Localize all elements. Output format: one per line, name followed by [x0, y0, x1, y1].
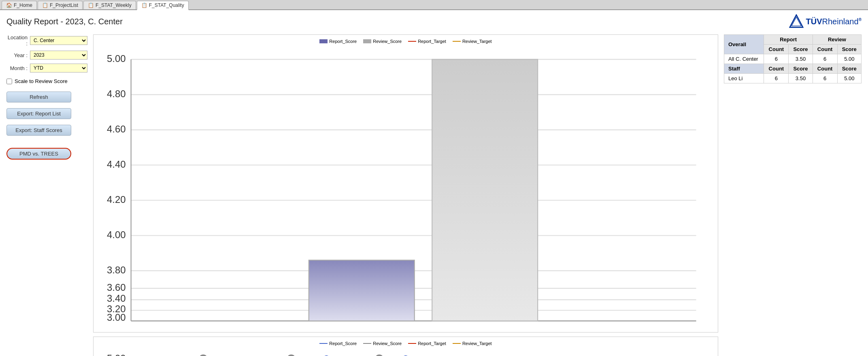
body-layout: Location : C. Center Year : 2023 Month :…	[6, 34, 862, 356]
all-center-review-score: 5.00	[837, 54, 861, 64]
report-header: Report	[764, 35, 813, 45]
svg-point-51	[375, 354, 384, 356]
year-filter-row: Year : 2023	[6, 51, 87, 60]
legend-review-score-label: Review_Score	[373, 39, 402, 44]
scale-checkbox-row: Scale to Review Score	[6, 78, 87, 84]
header: Quality Report - 2023, C. Center TÜVRhei…	[6, 14, 862, 29]
staff-header-row: Staff Count Score Count Score	[724, 64, 862, 74]
statweekly-tab-icon: 📋	[88, 2, 94, 8]
tab-f-projectlist[interactable]: 📋 F_ProjectList	[38, 1, 83, 9]
legend-report-target-label: Report_Target	[418, 39, 446, 44]
legend-review-target-label: Review_Target	[462, 39, 492, 44]
svg-text:5.00: 5.00	[107, 53, 126, 64]
svg-text:4.40: 4.40	[107, 159, 126, 170]
report-count-header: Count	[764, 45, 789, 54]
tab-f-home[interactable]: 🏠 F_Home	[2, 1, 37, 9]
legend-report-target-line	[408, 41, 416, 42]
projectlist-tab-icon: 📋	[42, 2, 48, 8]
legend2-report-target: Report_Target	[408, 341, 446, 346]
svg-rect-26	[432, 60, 538, 321]
legend-review-target: Review_Target	[453, 39, 492, 44]
chart2-legend: Report_Score Review_Score Report_Target …	[98, 341, 714, 346]
legend-report-score-swatch	[319, 39, 328, 43]
legend2-report-score-label: Report_Score	[329, 341, 357, 346]
legend2-report-target-label: Report_Target	[418, 341, 446, 346]
scale-checkbox[interactable]	[6, 79, 12, 84]
scale-label: Scale to Review Score	[15, 78, 68, 84]
svg-text:4.80: 4.80	[107, 88, 126, 99]
leo-li-report-score: 3.50	[789, 74, 813, 83]
all-center-review-count: 6	[813, 54, 837, 64]
svg-text:4.60: 4.60	[107, 124, 126, 134]
review-count-header: Count	[813, 45, 837, 54]
legend-review-target-line	[453, 41, 461, 42]
page-title: Quality Report - 2023, C. Center	[6, 17, 123, 26]
staff-review-count-header: Count	[813, 64, 837, 74]
left-panel: Location : C. Center Year : 2023 Month :…	[6, 34, 87, 160]
tab-f-stat-quality-label: F_STAT_Quality	[149, 2, 184, 8]
line-chart-container: Report_Score Review_Score Report_Target …	[93, 337, 718, 356]
month-filter-row: Month : YTD	[6, 64, 87, 72]
leo-li-label: Leo Li	[724, 74, 764, 83]
staff-review-score-header: Score	[837, 64, 861, 74]
legend2-review-target-label: Review_Target	[462, 341, 492, 346]
line-chart-svg: 5.00 4.90 4.80 4.70 4.60 4.50 4.40 4.30	[98, 348, 714, 356]
review-score-header: Score	[837, 45, 861, 54]
svg-text:3.00: 3.00	[107, 312, 126, 323]
stats-table: Overall Report Review Count Score Count …	[724, 34, 862, 83]
location-label: Location :	[6, 34, 28, 47]
legend2-review-score: Review_Score	[363, 341, 402, 346]
legend2-review-target: Review_Target	[453, 341, 492, 346]
svg-text:3.60: 3.60	[107, 282, 126, 293]
tab-f-stat-quality[interactable]: 📋 F_STAT_Quality	[137, 1, 189, 10]
leo-li-review-score: 5.00	[837, 74, 861, 83]
chart1-legend: Report_Score Review_Score Report_Target …	[98, 39, 714, 44]
year-label: Year :	[6, 52, 28, 58]
report-score-header: Score	[789, 45, 813, 54]
tab-f-stat-weekly-label: F_STAT_Weekly	[96, 2, 132, 8]
right-panel: Overall Report Review Count Score Count …	[724, 34, 862, 83]
tab-f-stat-weekly[interactable]: 📋 F_STAT_Weekly	[83, 1, 136, 9]
tab-bar: 🏠 F_Home 📋 F_ProjectList 📋 F_STAT_Weekly…	[0, 0, 868, 10]
location-filter-row: Location : C. Center	[6, 34, 87, 47]
tuv-logo-text: TÜVRheinland®	[806, 17, 862, 26]
home-tab-icon: 🏠	[6, 2, 12, 8]
statquality-tab-icon: 📋	[141, 2, 147, 8]
staff-section-header: Staff	[724, 64, 764, 74]
refresh-button[interactable]: Refresh	[6, 92, 71, 102]
all-center-label: All C. Center	[724, 54, 764, 64]
export-staff-button[interactable]: Export: Staff Scores	[6, 125, 71, 136]
leo-li-row: Leo Li 6 3.50 6 5.00	[724, 74, 862, 83]
overall-header: Overall	[724, 35, 764, 54]
legend2-review-score-line	[363, 343, 371, 344]
svg-text:4.20: 4.20	[107, 194, 126, 205]
review-header: Review	[813, 35, 861, 45]
bar-chart-svg: 5.00 4.80 4.60 4.40 4.20 4.00 3.80 3.60 …	[98, 46, 714, 328]
svg-text:3.80: 3.80	[107, 264, 126, 275]
legend-report-score: Report_Score	[319, 39, 357, 44]
charts-area: Report_Score Review_Score Report_Target …	[93, 34, 718, 356]
overall-all-center-row: All C. Center 6 3.50 6 5.00	[724, 54, 862, 64]
all-center-report-score: 3.50	[789, 54, 813, 64]
location-select[interactable]: C. Center	[30, 36, 87, 45]
staff-report-count-header: Count	[764, 64, 789, 74]
tab-f-home-label: F_Home	[14, 2, 32, 8]
svg-text:5.00: 5.00	[107, 352, 126, 356]
svg-rect-27	[309, 260, 415, 321]
svg-text:3.40: 3.40	[107, 293, 126, 304]
leo-li-review-count: 6	[813, 74, 837, 83]
legend-report-target: Report_Target	[408, 39, 446, 44]
main-content: Quality Report - 2023, C. Center TÜVRhei…	[0, 10, 868, 356]
bar-chart-container: Report_Score Review_Score Report_Target …	[93, 34, 718, 333]
pmd-vs-trees-button[interactable]: PMD vs. TREES	[6, 148, 71, 160]
tuv-logo-icon	[789, 14, 804, 29]
svg-point-50	[287, 354, 296, 356]
year-select[interactable]: 2023	[30, 51, 87, 60]
tab-f-projectlist-label: F_ProjectList	[50, 2, 78, 8]
svg-text:4.00: 4.00	[107, 229, 126, 240]
export-report-button[interactable]: Export: Report List	[6, 108, 71, 119]
leo-li-report-count: 6	[764, 74, 789, 83]
legend2-review-target-line	[453, 343, 461, 344]
month-select[interactable]: YTD	[30, 64, 87, 72]
staff-report-score-header: Score	[789, 64, 813, 74]
